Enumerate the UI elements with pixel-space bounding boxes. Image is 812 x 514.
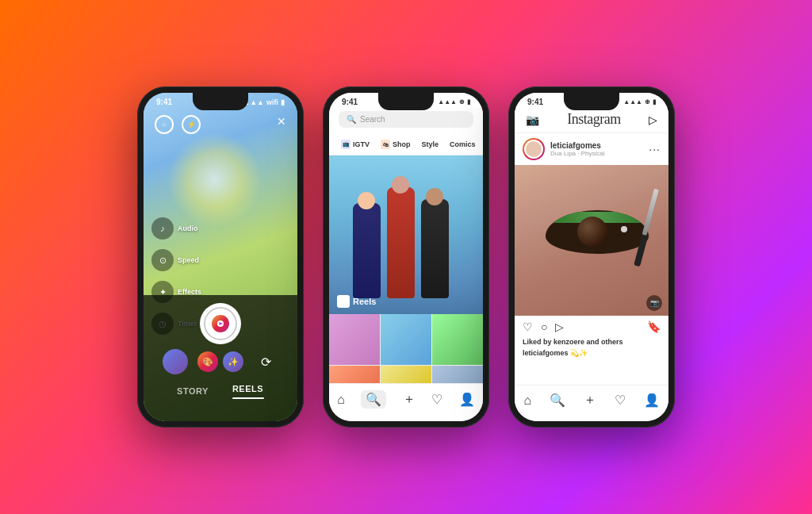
post-actions: ♡ ○ ▷ 🔖 <box>515 316 668 336</box>
search-bar: 🔍 Search <box>329 108 483 134</box>
igtv-icon: 📺 <box>341 140 350 149</box>
sticker-sparkle[interactable]: ✨ <box>223 351 243 372</box>
category-tabs: 📺 IGTV 🛍 Shop Style Comics TV & Movie <box>329 134 483 155</box>
nav-add-2[interactable]: ＋ <box>403 391 416 408</box>
nav-profile-2[interactable]: 👤 <box>459 392 475 407</box>
speed-control[interactable]: ⊙ Speed <box>151 249 201 271</box>
post-image: 📷 <box>515 165 668 316</box>
status-time-1: 9:41 <box>156 98 172 106</box>
audio-label: Audio <box>178 224 198 232</box>
wifi-icon: wifi <box>266 98 278 106</box>
likes-row: Liked by kenzoere and others <box>515 336 668 347</box>
audio-control[interactable]: ♪ Audio <box>151 217 201 240</box>
eye-highlight <box>621 226 627 232</box>
sticker-gradient[interactable]: 🎨 <box>197 351 218 372</box>
bottom-nav-2: ⌂ 🔍 ＋ ♡ 👤 <box>329 383 483 421</box>
flash-icon[interactable]: ⚡ <box>182 115 201 134</box>
phone-2: 9:41 ▲▲▲ ⊕ ▮ 🔍 Search 📺 IGTV 🛍 Shop <box>323 86 489 428</box>
thumb-1[interactable] <box>329 314 380 365</box>
wifi-icon-2: ⊕ <box>459 98 465 105</box>
save-icon[interactable]: 🔖 <box>647 320 661 333</box>
phone1-bottom-controls: 🎨 ✨ ⟳ STORY REELS <box>144 295 297 421</box>
nav-home-3[interactable]: ⌂ <box>523 393 531 408</box>
post-user-info: leticiafgomes Dua Lipa · Physical <box>523 138 604 160</box>
post-song: Dua Lipa · Physical <box>550 150 604 157</box>
post-camera-icon[interactable]: 📷 <box>646 295 662 311</box>
bottom-nav-3: ⌂ 🔍 ＋ ♡ 👤 <box>515 385 668 421</box>
camera-flip-icon[interactable]: ⟳ <box>253 349 278 374</box>
close-icon[interactable]: ✕ <box>277 115 286 128</box>
post-avatar[interactable] <box>523 138 545 160</box>
comment-icon[interactable]: ○ <box>541 320 547 333</box>
status-icons-2: ▲▲▲ ⊕ ▮ <box>438 98 470 105</box>
camera-header-icon[interactable]: 📷 <box>526 113 539 126</box>
status-time-2: 9:41 <box>342 98 358 106</box>
audio-icon: ♪ <box>151 217 174 240</box>
thumb-2[interactable] <box>381 314 431 365</box>
nav-search-2[interactable]: 🔍 <box>361 390 386 409</box>
signal-icon-2: ▲▲▲ <box>438 98 457 105</box>
tab-reels[interactable]: REELS <box>232 381 264 399</box>
battery-icon-3: ▮ <box>653 98 656 105</box>
search-placeholder: Search <box>360 115 385 124</box>
eye-iris <box>577 217 607 247</box>
cat-comics[interactable]: Comics <box>444 137 481 152</box>
battery-icon-2: ▮ <box>467 98 470 105</box>
stickers-row <box>156 303 285 344</box>
nav-home-2[interactable]: ⌂ <box>337 393 345 407</box>
action-left: ♡ ○ ▷ <box>523 320 564 333</box>
search-input[interactable]: 🔍 Search <box>339 111 473 128</box>
reels-section-label: ▶ Reels <box>337 295 376 308</box>
phone1-light-flare <box>167 132 262 228</box>
status-icons-3: ▲▲▲ ⊕ ▮ <box>623 98 656 105</box>
nav-add-3[interactable]: ＋ <box>584 392 596 409</box>
nav-heart-2[interactable]: ♡ <box>431 392 442 407</box>
circle-control-icon[interactable]: ○ <box>155 115 174 134</box>
nav-search-3[interactable]: 🔍 <box>550 393 565 408</box>
top-left-controls: ○ ⚡ <box>155 115 201 134</box>
share-icon[interactable]: ▷ <box>555 320 564 333</box>
more-options-icon[interactable]: ··· <box>649 143 661 155</box>
notch-3 <box>564 93 619 110</box>
send-icon[interactable]: ▷ <box>649 113 657 126</box>
caption-username: leticiafgomes <box>523 349 569 357</box>
phone-3: 9:41 ▲▲▲ ⊕ ▮ 📷 Instagram ▷ leticiafgomes… <box>508 86 675 428</box>
reels-video-main: ▶ Reels <box>329 155 483 314</box>
cat-igtv[interactable]: 📺 IGTV <box>335 137 375 152</box>
likes-text: Liked by kenzoere and others <box>523 338 623 346</box>
instagram-title: Instagram <box>567 111 620 128</box>
status-time-3: 9:41 <box>527 98 543 106</box>
like-icon[interactable]: ♡ <box>523 320 533 333</box>
thumb-3[interactable] <box>432 314 483 365</box>
tab-underline <box>232 397 264 399</box>
reels-record-icon <box>212 315 229 332</box>
post-user-row: leticiafgomes Dua Lipa · Physical ··· <box>515 133 668 165</box>
cat-style[interactable]: Style <box>416 137 445 152</box>
reels-icon-small: ▶ <box>337 295 350 308</box>
shop-icon: 🛍 <box>381 140 390 149</box>
people-silhouettes <box>353 187 449 298</box>
nav-heart-3[interactable]: ♡ <box>615 393 626 408</box>
phone-1: 9:41 ▲▲▲ wifi ▮ ○ ⚡ ✕ ♪ Audio ⊙ Speed <box>137 86 304 428</box>
caption-text: 💫✨ <box>570 349 588 357</box>
signal-icon-3: ▲▲▲ <box>623 98 642 105</box>
speed-label: Speed <box>178 256 199 264</box>
search-icon: 🔍 <box>347 115 356 124</box>
wifi-icon-3: ⊕ <box>645 98 650 105</box>
cat-tv-movie[interactable]: TV & Movie <box>481 137 483 152</box>
speed-icon: ⊙ <box>151 249 174 271</box>
battery-icon: ▮ <box>281 98 285 106</box>
avatar-inner <box>524 140 543 159</box>
nav-profile-3[interactable]: 👤 <box>644 393 660 408</box>
cat-shop[interactable]: 🛍 Shop <box>375 137 416 152</box>
notch-2 <box>378 93 434 110</box>
gallery-avatar[interactable] <box>163 349 188 374</box>
capture-button[interactable] <box>200 303 241 344</box>
post-username[interactable]: leticiafgomes <box>550 141 604 150</box>
tab-story[interactable]: STORY <box>177 383 209 397</box>
status-icons-1: ▲▲▲ wifi ▮ <box>243 98 285 106</box>
story-reels-tabs: STORY REELS <box>156 381 285 399</box>
instagram-header: 📷 Instagram ▷ <box>515 108 668 133</box>
caption-row: leticiafgomes 💫✨ <box>515 347 668 359</box>
post-user-details: leticiafgomes Dua Lipa · Physical <box>550 141 604 157</box>
